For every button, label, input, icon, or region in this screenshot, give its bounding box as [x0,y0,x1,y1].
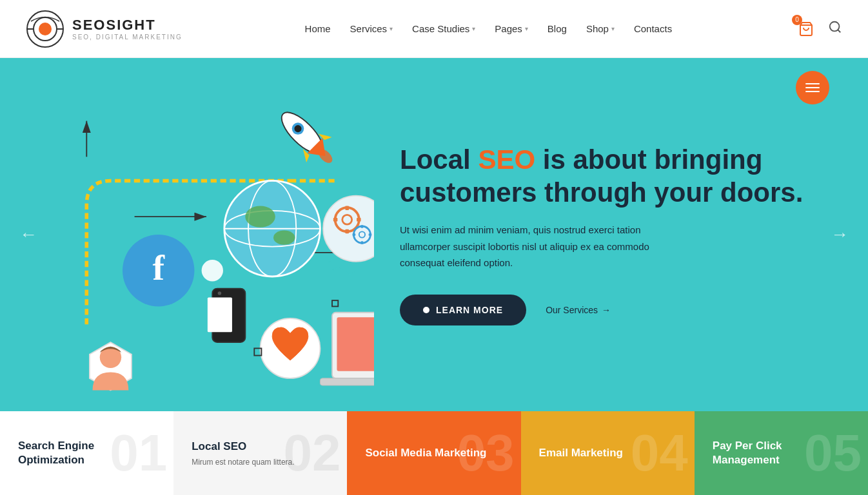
arrow-right-icon: → [602,305,611,315]
nav-item-services[interactable]: Services▾ [350,23,393,34]
nav-link-2[interactable]: Case Studies▾ [412,23,475,34]
svg-point-22 [273,231,295,245]
svg-rect-39 [361,225,364,228]
nav-item-home[interactable]: Home [305,23,331,34]
service-item-1[interactable]: 01Search Engine Optimization [0,411,173,495]
service-subtitle: Mirum est notare quam littera. [192,458,329,467]
nav-icons: 0 [794,17,842,41]
cart-badge: 0 [792,15,802,25]
nav-link-0[interactable]: Home [305,23,331,34]
logo-sub: SEO, DIGITAL MARKETING [72,34,182,41]
logo-icon [26,10,64,48]
nav-link-1[interactable]: Services▾ [350,23,393,34]
btn-dot [423,307,429,313]
learn-more-button[interactable]: LEARN MORE [400,295,526,325]
dropdown-caret-icon: ▾ [525,25,528,32]
logo[interactable]: SEOSIGHT SEO, DIGITAL MARKETING [26,10,182,48]
svg-rect-42 [353,233,356,236]
site-header: SEOSIGHT SEO, DIGITAL MARKETING HomeServ… [0,0,868,58]
svg-rect-51 [320,378,374,385]
svg-rect-33 [345,206,349,210]
hero-section: ← f [0,58,868,411]
svg-point-16 [202,260,223,281]
menu-fab-button[interactable] [796,71,829,104]
service-title: Local SEO [192,440,329,454]
dropdown-caret-icon: ▾ [611,25,615,32]
hero-title-part1: Local [400,144,478,175]
search-button[interactable] [828,20,842,37]
nav-link-5[interactable]: Shop▾ [586,23,615,34]
svg-line-7 [838,30,840,32]
hero-svg: f [39,58,374,411]
svg-rect-41 [369,233,372,236]
search-icon [828,20,842,34]
dropdown-caret-icon: ▾ [390,25,393,32]
cart-button[interactable]: 0 [794,17,818,41]
service-item-5[interactable]: 05Pay Per Click Management [695,411,868,495]
hero-next-button[interactable]: → [831,224,849,245]
nav-item-case-studies[interactable]: Case Studies▾ [412,23,475,34]
service-title: Pay Per Click Management [713,439,850,467]
hero-prev-button[interactable]: ← [19,224,37,245]
learn-more-label: LEARN MORE [436,305,503,315]
svg-rect-48 [337,317,374,371]
svg-point-45 [218,291,222,295]
hero-cta: LEARN MORE Our Services → [400,295,829,325]
svg-text:f: f [152,248,165,287]
service-item-3[interactable]: 03Social Media Marketing [347,411,520,495]
nav-item-contacts[interactable]: Contacts [634,23,672,34]
svg-rect-34 [345,229,349,234]
our-services-label: Our Services [546,305,598,315]
hero-description: Ut wisi enim ad minim veniam, quis nostr… [400,222,671,271]
svg-point-6 [830,22,840,32]
main-nav: HomeServices▾Case Studies▾Pages▾BlogShop… [305,23,673,34]
service-item-2[interactable]: 02Local SEOMirum est notare quam littera… [173,411,347,495]
svg-rect-35 [357,218,361,222]
service-title: Email Marketing [539,446,676,460]
svg-point-21 [245,206,275,227]
nav-item-pages[interactable]: Pages▾ [495,23,528,34]
dropdown-caret-icon: ▾ [472,25,475,32]
nav-item-blog[interactable]: Blog [547,23,567,34]
hamburger-icon [805,83,820,92]
hero-title-seo: SEO [478,144,535,175]
svg-rect-36 [333,218,338,222]
svg-rect-40 [361,241,364,244]
logo-brand: SEOSIGHT [72,17,182,34]
hero-title: Local SEO is about bringing customers th… [400,144,829,209]
service-item-4[interactable]: 04Email Marketing [521,411,695,495]
svg-point-30 [323,196,374,262]
nav-link-3[interactable]: Pages▾ [495,23,528,34]
services-strip: 01Search Engine Optimization02Local SEOM… [0,411,868,495]
hero-illustration: f [0,58,374,411]
service-title: Search Engine Optimization [18,439,155,467]
our-services-link[interactable]: Our Services → [546,305,611,315]
nav-item-shop[interactable]: Shop▾ [586,23,615,34]
svg-point-2 [39,23,52,35]
nav-link-4[interactable]: Blog [547,23,567,34]
nav-link-6[interactable]: Contacts [634,23,672,34]
service-title: Social Media Marketing [365,446,502,460]
hero-content: Local SEO is about bringing customers th… [374,118,868,351]
svg-rect-44 [208,298,232,333]
logo-text: SEOSIGHT SEO, DIGITAL MARKETING [72,17,182,41]
svg-rect-56 [332,300,338,306]
